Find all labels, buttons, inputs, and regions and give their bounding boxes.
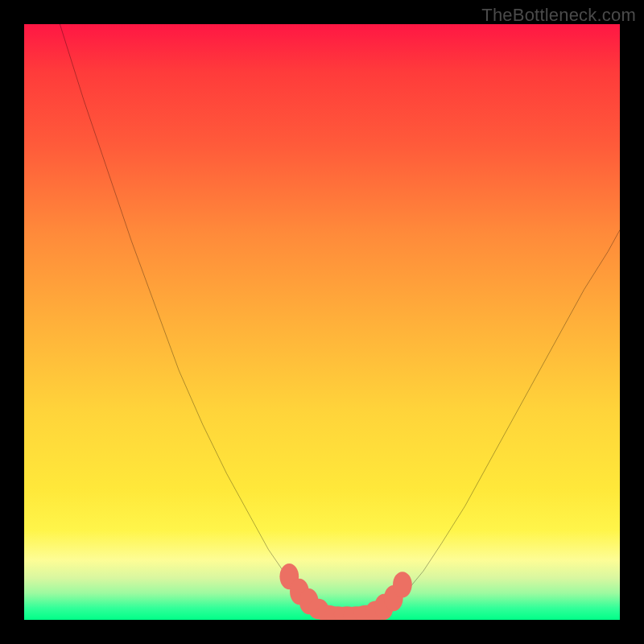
watermark-label: TheBottleneck.com (481, 5, 636, 26)
chart-frame: TheBottleneck.com (0, 0, 644, 644)
chart-svg (24, 24, 620, 620)
curve-group (60, 24, 620, 616)
marker-dot (393, 572, 412, 597)
bottleneck-curve (60, 24, 620, 616)
plot-area (24, 24, 620, 620)
marker-group (279, 564, 411, 620)
